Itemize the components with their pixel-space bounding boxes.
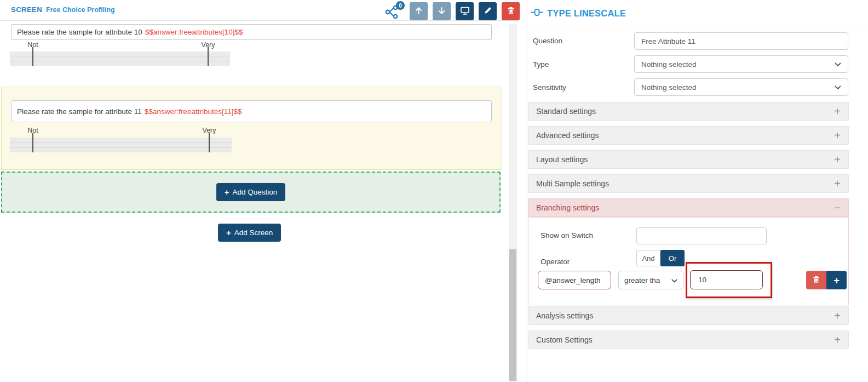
delete-screen-button[interactable] [502,2,520,20]
expand-icon: + [834,178,841,189]
linescale-bar[interactable] [10,52,230,66]
delete-condition-button[interactable] [806,271,826,289]
accordion-layout-settings[interactable]: Layout settings + [528,150,849,169]
operator-and-button[interactable]: And [636,250,660,266]
pencil-icon [484,6,492,16]
linescale-bar[interactable] [10,138,232,152]
question-text: Please rate the sample for attribute 11 [17,107,142,116]
branching-settings-body: Show on Switch Operator And Or greater t… [528,217,849,305]
expand-icon: + [834,310,841,321]
divider [527,26,868,26]
accordion-standard-settings[interactable]: Standard settings + [528,102,849,121]
question-answer-code: $$answer:freeattributes[10]$$ [145,28,243,36]
condition-comparator-select[interactable]: greater tha [618,271,683,289]
scrollbar-thumb[interactable] [509,249,516,381]
panel-title: TYPE LINESCALE [531,8,626,19]
preview-screen-button[interactable] [456,2,474,20]
sensitivity-field-label: Sensitivity [533,83,566,92]
accordion-analysis-settings[interactable]: Analysis settings + [528,306,849,325]
linescale-anchor-tick [32,133,33,152]
operator-or-button[interactable]: Or [660,250,685,266]
add-screen-button[interactable]: + Add Screen [218,224,281,242]
screen-label: SCREEN [11,5,42,14]
linescale-gridline [10,142,232,143]
accordion-multi-sample-settings[interactable]: Multi Sample settings + [528,174,849,193]
branching-indicator[interactable]: 0 [385,2,405,20]
condition-variable-input[interactable] [538,271,611,289]
screen-title-link[interactable]: Free Choice Profiling [46,6,115,14]
add-question-dropzone: + Add Question [1,172,501,213]
question-text-input[interactable]: Please rate the sample for attribute 11 … [11,100,492,122]
linescale-anchor-tick [32,47,33,66]
sensitivity-select[interactable]: Nothing selected [634,78,848,96]
linescale-anchor-tick [208,47,209,66]
expand-icon: + [834,106,841,117]
arrow-down-icon [437,6,446,17]
branch-count-badge: 0 [396,1,405,10]
chevron-down-icon [835,83,841,92]
question-field-label: Question [533,37,562,45]
question-settings-panel: TYPE LINESCALE Question Type Nothing sel… [527,0,868,382]
monitor-icon [460,6,470,17]
question-text: Please rate the sample for attribute 10 [17,28,142,36]
show-on-switch-label: Show on Switch [541,231,593,240]
question-text-input[interactable]: Please rate the sample for attribute 10 … [11,24,492,40]
add-condition-button[interactable]: + [826,271,847,289]
accordion-branching-settings[interactable]: Branching settings − [528,198,849,217]
linescale-gridline [10,61,230,61]
linescale-gridline [10,56,230,56]
accordion-advanced-settings[interactable]: Advanced settings + [528,126,849,145]
show-on-switch-input[interactable] [636,227,767,244]
expand-icon: + [834,334,841,345]
type-field-label: Type [533,60,549,69]
question-answer-code: $$answer:freeattributes[11]$$ [145,107,242,116]
chevron-down-icon [835,60,841,69]
move-down-button[interactable] [433,2,451,20]
linescale-icon [531,8,543,19]
collapse-icon: − [834,202,841,213]
survey-editor: SCREEN Free Choice Profiling [0,0,868,382]
plus-icon: + [226,229,231,237]
accordion-custom-settings[interactable]: Custom Settings + [528,330,849,349]
linescale-gridline [10,147,232,148]
expand-icon: + [834,154,841,165]
question-field-input[interactable] [634,32,848,50]
trash-icon [507,6,515,17]
chevron-down-icon [671,276,677,284]
edit-screen-button[interactable] [479,2,497,20]
operator-label: Operator [541,258,570,266]
expand-icon: + [834,130,841,141]
linescale-anchor-tick [209,133,210,152]
arrow-up-icon [414,6,423,17]
operator-toggle: And Or [636,250,685,266]
screen-header: SCREEN Free Choice Profiling [0,0,518,21]
plus-icon: + [225,188,229,196]
selected-question-block[interactable] [1,87,502,170]
panel-title-text: TYPE LINESCALE [547,8,626,19]
condition-value-input[interactable] [690,270,763,289]
add-question-button[interactable]: + Add Question [216,183,286,201]
vertical-scrollbar[interactable] [509,24,517,382]
trash-icon [812,275,820,286]
plus-icon: + [833,275,840,286]
screen-preview-panel: SCREEN Free Choice Profiling [0,0,518,382]
screen-toolbar: 0 [385,2,520,20]
move-up-button[interactable] [410,2,428,20]
type-select[interactable]: Nothing selected [634,55,848,73]
